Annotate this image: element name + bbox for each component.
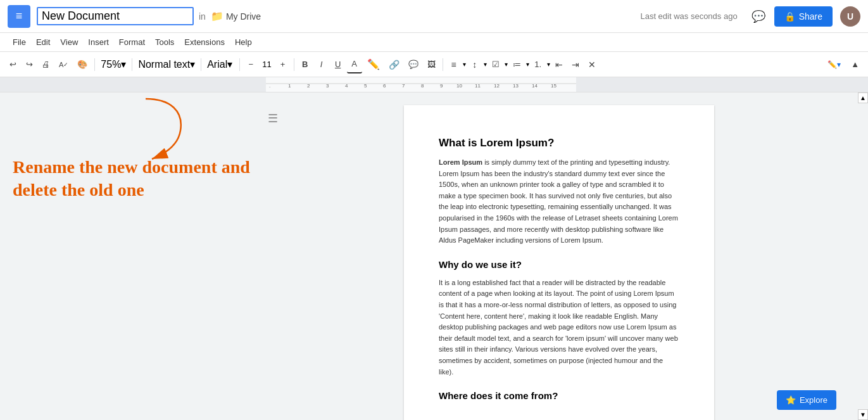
zoom-arrow: ▾ — [121, 58, 126, 70]
numbered-arrow: ▾ — [547, 61, 550, 68]
svg-text:8: 8 — [421, 83, 424, 89]
ruler: · 1 2 3 4 5 6 7 8 9 10 11 12 13 14 15 — [0, 77, 868, 92]
decrease-font-button[interactable]: − — [243, 56, 258, 73]
redo-button[interactable]: ↪ — [22, 56, 37, 73]
checklist-arrow: ▾ — [505, 61, 508, 68]
line-spacing-button[interactable]: ↕ — [467, 56, 482, 73]
svg-text:13: 13 — [513, 83, 519, 89]
undo-button[interactable]: ↩ — [5, 56, 20, 73]
zoom-value: 75% — [101, 59, 121, 70]
menu-view[interactable]: View — [55, 35, 83, 49]
section-2-paragraph: It is a long established fact that a rea… — [439, 277, 679, 378]
document-page-wrapper[interactable]: ☰ What is Lorem Ipsum? Lorem Ipsum is si… — [263, 92, 855, 420]
highlight-button[interactable]: ✏️ — [363, 56, 384, 73]
decrease-indent-button[interactable]: ⇤ — [551, 56, 567, 73]
section-3-heading: Where does it come from? — [439, 390, 679, 401]
document-outline-icon[interactable]: ☰ — [268, 111, 278, 125]
link-button[interactable]: 🔗 — [385, 56, 403, 73]
toolbar-separator-1 — [94, 58, 95, 71]
my-drive-link[interactable]: 📁 My Drive — [211, 10, 261, 22]
align-arrow: ▾ — [463, 61, 466, 68]
menu-bar: File Edit View Insert Format Tools Exten… — [0, 33, 868, 52]
toolbar-separator-4 — [239, 58, 240, 71]
svg-text:·: · — [269, 84, 270, 90]
align-button[interactable]: ≡ — [446, 56, 462, 73]
title-in-separator: in — [199, 11, 206, 22]
print-button[interactable]: 🖨 — [38, 56, 54, 73]
menu-insert[interactable]: Insert — [83, 35, 114, 49]
list-arrow: ▾ — [526, 61, 529, 68]
increase-indent-button[interactable]: ⇥ — [568, 56, 583, 73]
last-edit-status: Last edit was seconds ago — [640, 11, 737, 21]
font-arrow: ▾ — [227, 58, 232, 70]
increase-font-button[interactable]: + — [275, 56, 291, 73]
checklist-button[interactable]: ☑ — [488, 56, 503, 73]
zoom-selector[interactable]: 75% ▾ — [98, 57, 129, 72]
spell-check-button[interactable]: A✓ — [55, 56, 72, 73]
italic-button[interactable]: I — [314, 56, 329, 73]
svg-text:1: 1 — [288, 83, 291, 89]
svg-text:3: 3 — [326, 83, 329, 89]
list-button[interactable]: ≔ — [509, 56, 525, 73]
lock-icon: 🔒 — [784, 11, 795, 22]
ruler-scale: · 1 2 3 4 5 6 7 8 9 10 11 12 13 14 15 — [266, 79, 576, 91]
svg-text:2: 2 — [307, 83, 310, 89]
explore-button[interactable]: ⭐ Explore — [777, 390, 836, 410]
spacing-arrow: ▾ — [484, 61, 487, 68]
comment-button[interactable]: 💬 — [405, 56, 422, 73]
docs-logo: ≡ — [8, 5, 30, 28]
annotation-text: Rename the new document and delete the o… — [13, 156, 250, 202]
text-style-selector[interactable]: Normal text ▾ — [135, 57, 198, 72]
comments-button[interactable]: 💬 — [748, 6, 769, 27]
scroll-up-button[interactable]: ▲ — [858, 92, 868, 103]
svg-text:11: 11 — [475, 83, 481, 89]
clear-format-button[interactable]: ✕ — [584, 56, 600, 73]
scrollbar-panel: ▲ ▼ — [855, 92, 868, 420]
section-1-heading: What is Lorem Ipsum? — [439, 137, 679, 150]
scroll-down-button[interactable]: ▼ — [858, 409, 868, 420]
font-selector[interactable]: Arial ▾ — [204, 57, 236, 72]
explore-label: Explore — [800, 395, 827, 405]
paint-format-button[interactable]: 🎨 — [73, 56, 91, 73]
toolbar-separator-5 — [294, 58, 294, 71]
drive-name-label: My Drive — [226, 11, 261, 22]
folder-icon: 📁 — [211, 10, 223, 22]
toolbar: ↩ ↪ 🖨 A✓ 🎨 75% ▾ Normal text ▾ Arial ▾ −… — [0, 52, 868, 77]
section-1-paragraph: Lorem Ipsum is simply dummy text of the … — [439, 157, 679, 246]
svg-text:4: 4 — [345, 83, 348, 89]
user-avatar[interactable]: U — [840, 6, 860, 27]
image-button[interactable]: 🖼 — [424, 56, 439, 73]
bold-button[interactable]: B — [298, 56, 313, 73]
menu-extensions[interactable]: Extensions — [179, 35, 230, 49]
toolbar-separator-3 — [201, 58, 201, 71]
collapse-toolbar-button[interactable]: ▲ — [847, 56, 863, 73]
annotation-area: Rename the new document and delete the o… — [0, 92, 263, 420]
avatar-initials: U — [847, 11, 853, 22]
document-page[interactable]: What is Lorem Ipsum? Lorem Ipsum is simp… — [404, 105, 714, 420]
text-style-value: Normal text — [138, 59, 190, 70]
svg-text:10: 10 — [456, 83, 462, 89]
style-arrow: ▾ — [190, 58, 195, 70]
toolbar-separator-6 — [443, 58, 443, 71]
docs-logo-lines: ≡ — [16, 10, 23, 23]
svg-text:6: 6 — [383, 83, 386, 89]
underline-button[interactable]: U — [330, 56, 346, 73]
numbered-list-button[interactable]: 1. — [531, 56, 546, 73]
font-value: Arial — [207, 59, 227, 70]
text-color-button[interactable]: A — [347, 56, 362, 73]
svg-text:7: 7 — [402, 83, 405, 89]
menu-edit[interactable]: Edit — [31, 35, 55, 49]
share-button[interactable]: 🔒 Share — [774, 6, 833, 27]
share-label: Share — [799, 11, 822, 22]
suggest-edits-button[interactable]: ✏️▾ — [824, 56, 845, 73]
section-2-heading: Why do we use it? — [439, 259, 679, 270]
menu-file[interactable]: File — [8, 35, 31, 49]
font-size-value: 11 — [260, 60, 274, 69]
menu-help[interactable]: Help — [230, 35, 257, 49]
document-title-input[interactable] — [37, 7, 194, 25]
svg-text:12: 12 — [494, 83, 500, 89]
toolbar-right-section: ✏️▾ ▲ — [824, 56, 863, 73]
explore-icon: ⭐ — [786, 395, 796, 405]
menu-format[interactable]: Format — [114, 35, 150, 49]
menu-tools[interactable]: Tools — [150, 35, 179, 49]
